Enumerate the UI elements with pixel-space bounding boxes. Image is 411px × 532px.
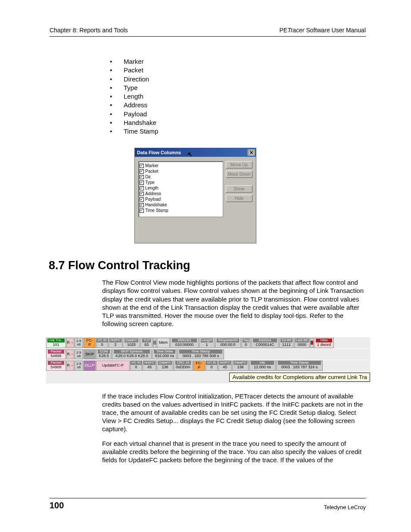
- checkbox-icon[interactable]: ✓: [140, 175, 144, 179]
- show-button[interactable]: Show: [226, 185, 252, 193]
- direction-field[interactable]: R→: [66, 338, 74, 348]
- move-down-button[interactable]: Move Down: [226, 171, 252, 178]
- page-header: Chapter 8: Reports and Tools PETracer So…: [50, 27, 366, 34]
- vcid-field[interactable]: VC ID0: [96, 338, 108, 348]
- firstbe-field[interactable]: 1st BE1111: [279, 338, 294, 348]
- checkbox-icon[interactable]: ✓: [140, 208, 144, 213]
- lane-field[interactable]: 2.5x8: [75, 338, 83, 348]
- field-header: CRC 16: [175, 361, 191, 365]
- checkbox-icon[interactable]: ✓: [140, 180, 144, 185]
- list-item[interactable]: ✓Length: [140, 185, 222, 191]
- mem-field[interactable]: Mem: [157, 338, 170, 348]
- packet-field[interactable]: Packet54908: [46, 361, 66, 371]
- checkbox-icon[interactable]: ✓: [140, 192, 144, 196]
- lane-field[interactable]: 2.5x8: [75, 361, 83, 371]
- list-item[interactable]: ✓Marker: [140, 163, 222, 168]
- lane-field[interactable]: 2.5x8: [75, 349, 83, 359]
- datafc-field[interactable]: DataFC1025: [123, 338, 140, 348]
- list-item[interactable]: ✓Type: [140, 180, 222, 185]
- field-header: Data: [316, 339, 332, 342]
- list-item[interactable]: ✓Address: [140, 191, 222, 196]
- checkbox-icon[interactable]: ✓: [140, 186, 144, 190]
- time-stamp-field[interactable]: Time Stamp0003 . 183 787 324 s: [276, 361, 323, 371]
- list-item-label: Payload: [145, 196, 161, 202]
- fcp-field[interactable]: FC-P: [193, 361, 205, 371]
- hide-button[interactable]: Hide: [226, 195, 252, 202]
- requesterid-field[interactable]: RequesterID000:00:0: [215, 338, 241, 348]
- field-value: DLLP: [85, 364, 95, 368]
- list-item-label: Length: [145, 185, 159, 191]
- updatefc-field[interactable]: UpdateFC-P: [96, 361, 130, 371]
- hdrfc-field-2[interactable]: HdrFC45: [218, 361, 232, 371]
- bullet-item: Marker: [110, 57, 366, 66]
- field-header: HdrFC: [219, 361, 231, 365]
- move-up-button[interactable]: Move Up: [226, 161, 252, 168]
- field-header: RequesterID: [217, 339, 239, 342]
- trace-row-1: Link Tra...101 R→ 2.5x8 FC-P VC ID0 HdrF…: [46, 337, 370, 349]
- field-value: 1111: [282, 343, 291, 347]
- field-value: 0003 . 183 786 508 s: [183, 354, 219, 358]
- list-item[interactable]: ✓Time Stamp: [140, 208, 222, 213]
- address-field[interactable]: AddressC000014C: [251, 338, 279, 348]
- vcid-field[interactable]: VC ID0: [130, 361, 142, 371]
- time-stamp-field[interactable]: Time Stamp0003 . 183 786 508 s: [177, 349, 224, 359]
- field-value: 0: [101, 343, 103, 347]
- field-header: TLP: [142, 339, 151, 342]
- dialog-buttons: Move Up Move Down Show Hide: [226, 161, 252, 217]
- list-item[interactable]: ✓Dir.: [140, 174, 222, 180]
- field-header: DataFC: [234, 361, 247, 365]
- skip-field[interactable]: SKIP: [84, 349, 96, 359]
- hdrfc-field[interactable]: HdrFC2: [109, 338, 122, 348]
- field-value: 2: [114, 343, 116, 347]
- packet-field[interactable]: Packet54896: [46, 349, 66, 359]
- lastbe-field[interactable]: Last BE0000: [294, 338, 310, 348]
- length-field[interactable]: Length1: [199, 338, 215, 348]
- page-number: 100: [50, 501, 64, 510]
- idle-field[interactable]: Idle12.000 ns: [249, 361, 276, 371]
- dialog-titlebar[interactable]: Data Flow Columns ↖ ✕: [135, 148, 256, 157]
- hdrfc-field[interactable]: HdrFC45: [143, 361, 156, 371]
- columns-listbox[interactable]: ✓Marker ✓Packet ✓Dir. ✓Type ✓Length ✓Add…: [138, 161, 223, 217]
- datafc-field[interactable]: DataFC136: [157, 361, 173, 371]
- field-value: 816.000 ns: [155, 354, 174, 358]
- field-value: 010:00000: [175, 343, 194, 347]
- tag-field[interactable]: Tag0: [241, 338, 251, 348]
- direction-field[interactable]: R→: [66, 361, 74, 371]
- field-value: x8: [77, 355, 81, 358]
- time-delta-field[interactable]: Time Delta816.000 ns: [152, 349, 177, 359]
- checkbox-icon[interactable]: ✓: [140, 164, 144, 168]
- field-header: Link Tra...: [47, 339, 64, 342]
- fcp-field[interactable]: FC-P: [84, 338, 96, 348]
- trace-capture: Link Tra...101 R→ 2.5x8 FC-P VC ID0 HdrF…: [46, 337, 370, 383]
- field-header: HdrFC: [109, 339, 121, 342]
- field-header: Idle: [251, 361, 274, 365]
- checkbox-icon[interactable]: ✓: [140, 169, 144, 174]
- list-item[interactable]: ✓Payload: [140, 196, 222, 202]
- direction-field[interactable]: R→: [66, 349, 74, 359]
- datafc-field-2[interactable]: DataFC136: [232, 361, 249, 371]
- tooltip: Available credits for Completions after …: [229, 373, 370, 382]
- bullet-item: Time Stamp: [110, 127, 366, 136]
- mwr-field[interactable]: MWr(32)010:00000: [170, 338, 199, 348]
- checkbox-icon[interactable]: ✓: [140, 197, 144, 202]
- crc16-field[interactable]: CRC 160xDD0A: [174, 361, 193, 371]
- field-header: VC ID: [131, 361, 141, 365]
- column-bullets: Marker Packet Direction Type Length Addr…: [110, 57, 366, 136]
- field-value: 54908: [50, 365, 61, 370]
- field-value: UpdateFC-P: [102, 364, 124, 368]
- dllp-field[interactable]: DLLP: [84, 361, 96, 371]
- close-button[interactable]: ✕: [248, 149, 255, 156]
- field-header: Tag: [243, 339, 250, 342]
- list-item-label: Type: [145, 180, 155, 185]
- link-tra-field[interactable]: Link Tra...101: [46, 338, 66, 348]
- vcid-field-2[interactable]: VC ID0: [206, 361, 218, 371]
- list-item[interactable]: ✓Packet: [140, 168, 222, 174]
- data-field[interactable]: Data1 dword: [314, 338, 334, 348]
- section-heading: 8.7 Flow Control Tracking: [49, 259, 366, 272]
- skip-symbols-field[interactable]: SKIP SymbolsK28.0 K28.0 K28.0: [112, 349, 152, 359]
- body-paragraph-1: The Flow Control View mode highlights po…: [102, 278, 366, 328]
- tlp-field[interactable]: TLP93: [140, 338, 153, 348]
- com-field[interactable]: COMK28.5: [96, 349, 112, 359]
- checkbox-icon[interactable]: ✓: [140, 203, 144, 207]
- list-item[interactable]: ✓Handshake: [140, 202, 222, 208]
